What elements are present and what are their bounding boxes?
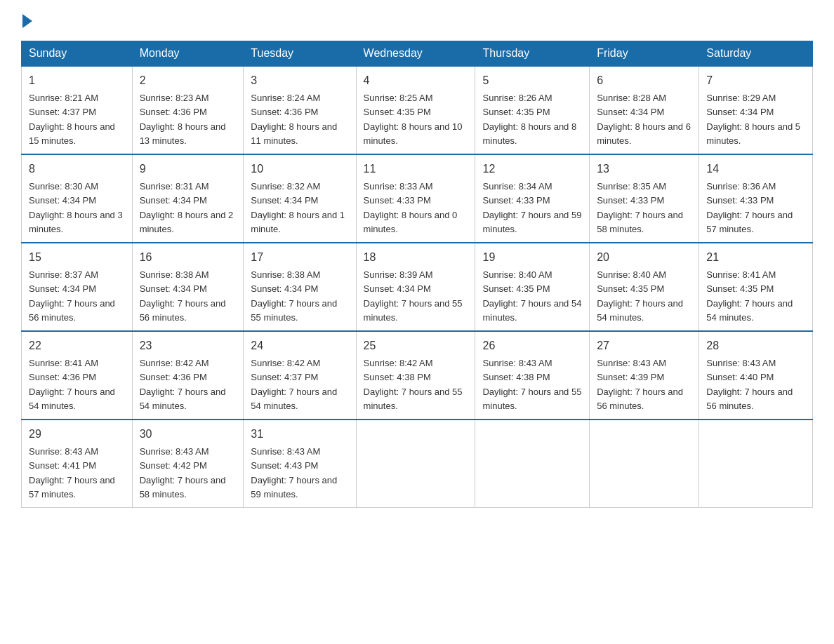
day-info: Sunrise: 8:23 AMSunset: 4:36 PMDaylight:… (140, 93, 226, 146)
calendar-cell (356, 420, 475, 508)
day-number: 21 (706, 249, 805, 266)
calendar-cell: 27 Sunrise: 8:43 AMSunset: 4:39 PMDaylig… (590, 331, 699, 420)
day-info: Sunrise: 8:40 AMSunset: 4:35 PMDaylight:… (482, 269, 581, 323)
calendar-cell: 13 Sunrise: 8:35 AMSunset: 4:33 PMDaylig… (590, 154, 699, 243)
day-number: 4 (364, 72, 468, 89)
day-number: 31 (251, 426, 348, 443)
day-number: 11 (364, 161, 468, 177)
day-info: Sunrise: 8:41 AMSunset: 4:36 PMDaylight:… (29, 358, 115, 411)
calendar-cell: 12 Sunrise: 8:34 AMSunset: 4:33 PMDaylig… (475, 154, 590, 243)
day-info: Sunrise: 8:38 AMSunset: 4:34 PMDaylight:… (140, 269, 226, 323)
day-info: Sunrise: 8:25 AMSunset: 4:35 PMDaylight:… (364, 93, 463, 146)
logo (21, 14, 34, 28)
calendar-cell: 2 Sunrise: 8:23 AMSunset: 4:36 PMDayligh… (132, 66, 244, 154)
day-info: Sunrise: 8:42 AMSunset: 4:38 PMDaylight:… (364, 358, 463, 411)
col-header-saturday: Saturday (699, 41, 813, 67)
logo-triangle-icon (22, 14, 32, 28)
day-number: 20 (597, 249, 691, 266)
calendar-cell: 29 Sunrise: 8:43 AMSunset: 4:41 PMDaylig… (22, 420, 133, 508)
calendar-cell: 25 Sunrise: 8:42 AMSunset: 4:38 PMDaylig… (356, 331, 475, 420)
day-number: 14 (706, 161, 805, 177)
calendar-cell: 9 Sunrise: 8:31 AMSunset: 4:34 PMDayligh… (132, 154, 244, 243)
day-number: 13 (597, 161, 691, 177)
day-info: Sunrise: 8:36 AMSunset: 4:33 PMDaylight:… (706, 181, 793, 234)
day-info: Sunrise: 8:33 AMSunset: 4:33 PMDaylight:… (364, 181, 458, 234)
day-info: Sunrise: 8:37 AMSunset: 4:34 PMDaylight:… (29, 269, 115, 323)
col-header-monday: Monday (132, 41, 244, 67)
calendar-cell (475, 420, 590, 508)
day-info: Sunrise: 8:30 AMSunset: 4:34 PMDaylight:… (29, 181, 123, 234)
calendar-cell: 18 Sunrise: 8:39 AMSunset: 4:34 PMDaylig… (356, 243, 475, 331)
calendar-cell: 14 Sunrise: 8:36 AMSunset: 4:33 PMDaylig… (699, 154, 813, 243)
day-number: 15 (29, 249, 125, 266)
calendar-cell: 3 Sunrise: 8:24 AMSunset: 4:36 PMDayligh… (244, 66, 356, 154)
day-info: Sunrise: 8:39 AMSunset: 4:34 PMDaylight:… (364, 269, 463, 323)
day-number: 23 (140, 337, 237, 354)
calendar-cell: 6 Sunrise: 8:28 AMSunset: 4:34 PMDayligh… (590, 66, 699, 154)
calendar-cell: 31 Sunrise: 8:43 AMSunset: 4:43 PMDaylig… (244, 420, 356, 508)
day-info: Sunrise: 8:28 AMSunset: 4:34 PMDaylight:… (597, 93, 691, 146)
calendar-cell (590, 420, 699, 508)
calendar-cell: 22 Sunrise: 8:41 AMSunset: 4:36 PMDaylig… (22, 331, 133, 420)
calendar-cell: 26 Sunrise: 8:43 AMSunset: 4:38 PMDaylig… (475, 331, 590, 420)
day-number: 17 (251, 249, 348, 266)
col-header-tuesday: Tuesday (244, 41, 356, 67)
day-info: Sunrise: 8:43 AMSunset: 4:39 PMDaylight:… (597, 358, 683, 411)
calendar-week-row: 8 Sunrise: 8:30 AMSunset: 4:34 PMDayligh… (22, 154, 813, 243)
calendar-cell: 7 Sunrise: 8:29 AMSunset: 4:34 PMDayligh… (699, 66, 813, 154)
day-info: Sunrise: 8:26 AMSunset: 4:35 PMDaylight:… (482, 93, 576, 146)
calendar-cell: 16 Sunrise: 8:38 AMSunset: 4:34 PMDaylig… (132, 243, 244, 331)
day-number: 3 (251, 72, 348, 89)
day-number: 26 (482, 337, 582, 354)
day-number: 22 (29, 337, 125, 354)
calendar-week-row: 15 Sunrise: 8:37 AMSunset: 4:34 PMDaylig… (22, 243, 813, 331)
day-info: Sunrise: 8:43 AMSunset: 4:43 PMDaylight:… (251, 446, 337, 499)
calendar-cell: 30 Sunrise: 8:43 AMSunset: 4:42 PMDaylig… (132, 420, 244, 508)
col-header-sunday: Sunday (22, 41, 133, 67)
calendar-cell (699, 420, 813, 508)
day-info: Sunrise: 8:43 AMSunset: 4:41 PMDaylight:… (29, 446, 115, 499)
calendar-cell: 5 Sunrise: 8:26 AMSunset: 4:35 PMDayligh… (475, 66, 590, 154)
calendar-cell: 19 Sunrise: 8:40 AMSunset: 4:35 PMDaylig… (475, 243, 590, 331)
day-number: 28 (706, 337, 805, 354)
day-info: Sunrise: 8:24 AMSunset: 4:36 PMDaylight:… (251, 93, 337, 146)
col-header-friday: Friday (590, 41, 699, 67)
day-info: Sunrise: 8:31 AMSunset: 4:34 PMDaylight:… (140, 181, 234, 234)
day-number: 24 (251, 337, 348, 354)
calendar-cell: 21 Sunrise: 8:41 AMSunset: 4:35 PMDaylig… (699, 243, 813, 331)
calendar-week-row: 1 Sunrise: 8:21 AMSunset: 4:37 PMDayligh… (22, 66, 813, 154)
day-info: Sunrise: 8:42 AMSunset: 4:36 PMDaylight:… (140, 358, 226, 411)
day-number: 8 (29, 161, 125, 177)
calendar-week-row: 29 Sunrise: 8:43 AMSunset: 4:41 PMDaylig… (22, 420, 813, 508)
day-number: 9 (140, 161, 237, 177)
page-header (21, 14, 813, 28)
calendar-cell: 11 Sunrise: 8:33 AMSunset: 4:33 PMDaylig… (356, 154, 475, 243)
day-number: 7 (706, 72, 805, 89)
day-number: 10 (251, 161, 348, 177)
day-number: 16 (140, 249, 237, 266)
calendar-cell: 17 Sunrise: 8:38 AMSunset: 4:34 PMDaylig… (244, 243, 356, 331)
calendar-cell: 15 Sunrise: 8:37 AMSunset: 4:34 PMDaylig… (22, 243, 133, 331)
day-number: 19 (482, 249, 582, 266)
calendar-cell: 24 Sunrise: 8:42 AMSunset: 4:37 PMDaylig… (244, 331, 356, 420)
day-number: 18 (364, 249, 468, 266)
day-number: 30 (140, 426, 237, 443)
calendar-cell: 1 Sunrise: 8:21 AMSunset: 4:37 PMDayligh… (22, 66, 133, 154)
day-info: Sunrise: 8:34 AMSunset: 4:33 PMDaylight:… (482, 181, 581, 234)
calendar-cell: 20 Sunrise: 8:40 AMSunset: 4:35 PMDaylig… (590, 243, 699, 331)
day-info: Sunrise: 8:43 AMSunset: 4:42 PMDaylight:… (140, 446, 226, 499)
day-number: 1 (29, 72, 125, 89)
day-number: 12 (482, 161, 582, 177)
day-number: 27 (597, 337, 691, 354)
day-info: Sunrise: 8:35 AMSunset: 4:33 PMDaylight:… (597, 181, 683, 234)
calendar-header-row: SundayMondayTuesdayWednesdayThursdayFrid… (22, 41, 813, 67)
calendar-cell: 4 Sunrise: 8:25 AMSunset: 4:35 PMDayligh… (356, 66, 475, 154)
col-header-wednesday: Wednesday (356, 41, 475, 67)
day-number: 5 (482, 72, 582, 89)
day-info: Sunrise: 8:43 AMSunset: 4:40 PMDaylight:… (706, 358, 793, 411)
day-info: Sunrise: 8:41 AMSunset: 4:35 PMDaylight:… (706, 269, 793, 323)
day-info: Sunrise: 8:21 AMSunset: 4:37 PMDaylight:… (29, 93, 115, 146)
day-info: Sunrise: 8:38 AMSunset: 4:34 PMDaylight:… (251, 269, 337, 323)
day-info: Sunrise: 8:43 AMSunset: 4:38 PMDaylight:… (482, 358, 581, 411)
day-number: 6 (597, 72, 691, 89)
